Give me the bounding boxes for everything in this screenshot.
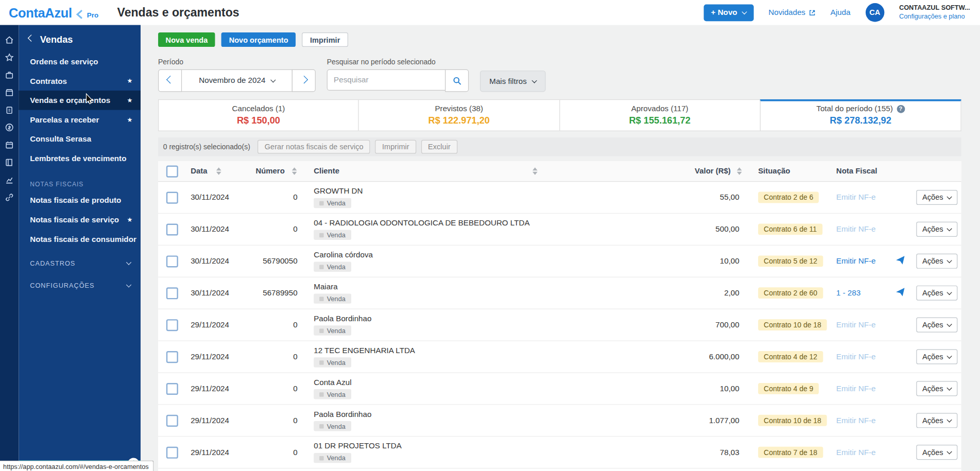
- sort-icon[interactable]: [737, 167, 742, 175]
- acoes-button[interactable]: Ações: [916, 286, 958, 301]
- previous-period-button[interactable]: [158, 69, 182, 92]
- chevron-right-icon: [300, 76, 307, 83]
- acoes-button[interactable]: Ações: [916, 349, 958, 364]
- summary-tab[interactable]: Previstos (38)R$ 122.971,20: [358, 99, 560, 131]
- contaazul-logo[interactable]: ContaAzul Pro: [9, 6, 98, 19]
- favorite-star-icon[interactable]: ★: [127, 77, 132, 84]
- account-settings-link[interactable]: Configurações e plano: [899, 12, 970, 21]
- column-header[interactable]: Cliente: [306, 167, 544, 176]
- sidebar-item[interactable]: Notas fiscais de produto: [19, 190, 141, 210]
- novo-button[interactable]: + Novo: [703, 4, 753, 21]
- row-status-cell: Contrato 6 de 11: [747, 223, 831, 235]
- row-checkbox[interactable]: [166, 223, 178, 235]
- sidebar-item[interactable]: Lembretes de vencimento: [19, 149, 141, 168]
- send-icon[interactable]: [896, 255, 905, 265]
- nova-venda-button[interactable]: Nova venda: [158, 32, 215, 47]
- ajuda-link[interactable]: Ajuda: [831, 8, 851, 17]
- acoes-label: Ações: [922, 321, 943, 329]
- acoes-button[interactable]: Ações: [916, 222, 958, 237]
- reports-icon[interactable]: [4, 175, 14, 185]
- search-button[interactable]: [445, 69, 469, 92]
- home-icon[interactable]: [4, 35, 14, 45]
- sort-icon[interactable]: [532, 167, 538, 175]
- summary-tab[interactable]: Total do período (155)?R$ 278.132,92: [760, 99, 961, 131]
- column-header[interactable]: Número: [247, 167, 306, 176]
- sidebar-item[interactable]: Ordens de serviço: [19, 52, 141, 72]
- chevron-down-icon: [126, 259, 131, 265]
- acoes-button[interactable]: Ações: [916, 413, 958, 428]
- acoes-button[interactable]: Ações: [916, 318, 958, 333]
- sidebar-item[interactable]: Contratos★: [19, 71, 141, 91]
- store-icon[interactable]: [4, 88, 14, 97]
- ledger-icon[interactable]: [4, 158, 14, 167]
- receipts-icon[interactable]: [4, 105, 14, 115]
- avatar[interactable]: CA: [865, 3, 884, 22]
- sidebar-item[interactable]: Consulta Serasa: [19, 129, 141, 149]
- column-header[interactable]: Valor (R$): [544, 167, 747, 176]
- send-icon[interactable]: [896, 287, 905, 296]
- next-period-button[interactable]: [292, 69, 316, 92]
- sort-icon[interactable]: [216, 167, 221, 175]
- favorites-icon[interactable]: [4, 53, 14, 62]
- contract-status-badge: Contrato 4 de 9: [758, 383, 819, 394]
- sort-icon[interactable]: [292, 167, 297, 175]
- sidebar-menu: Ordens de serviçoContratos★Vendas e orça…: [19, 52, 141, 294]
- row-checkbox[interactable]: [166, 446, 178, 458]
- bulk-action-button[interactable]: Excluir: [421, 140, 457, 154]
- sidebar-group-toggle[interactable]: CONFIGURAÇÕES: [19, 277, 141, 294]
- chevron-down-icon: [947, 257, 952, 263]
- summary-tab[interactable]: Aprovados (117)R$ 155.161,72: [559, 99, 761, 131]
- favorite-star-icon[interactable]: ★: [127, 216, 132, 223]
- sidebar-item[interactable]: Vendas e orçamentos★: [19, 91, 141, 110]
- search-input[interactable]: [327, 69, 446, 91]
- screen: ContaAzul Pro Vendas e orçamentos + Novo…: [0, 0, 980, 471]
- novo-orcamento-button[interactable]: Novo orçamento: [221, 32, 296, 47]
- column-header-label: Valor (R$): [695, 167, 731, 176]
- row-status-cell: Contrato 5 de 12: [747, 255, 831, 267]
- sidebar-group-toggle[interactable]: CADASTROS: [19, 255, 141, 271]
- imprimir-button[interactable]: Imprimir: [302, 32, 348, 47]
- select-all-checkbox[interactable]: [166, 165, 178, 177]
- row-client-cell: 04 - RADIOLOGIA ODONTOLOGICA DE BEBEDOUR…: [306, 219, 544, 240]
- products-icon[interactable]: [4, 70, 14, 80]
- integrations-icon[interactable]: [4, 193, 14, 202]
- client-name: 12 TEC ENGENHARIA LTDA: [314, 346, 415, 355]
- novidades-link[interactable]: Novidades: [768, 8, 815, 17]
- row-checkbox[interactable]: [166, 414, 178, 426]
- sidebar-item[interactable]: Notas fiscais de serviço★: [19, 210, 141, 230]
- summary-tab-value: R$ 155.161,72: [560, 115, 760, 126]
- bulk-action-button[interactable]: Imprimir: [375, 140, 416, 154]
- column-header[interactable]: Data: [183, 167, 247, 176]
- row-checkbox[interactable]: [166, 319, 178, 331]
- period-label: Período: [158, 58, 316, 66]
- sale-type-badge: Venda: [314, 262, 351, 272]
- sidebar-item[interactable]: Notas fiscais de consumidor: [19, 229, 141, 249]
- calendar-icon[interactable]: [4, 140, 14, 150]
- favorite-star-icon[interactable]: ★: [127, 116, 132, 123]
- acoes-button[interactable]: Ações: [916, 190, 958, 205]
- summary-tab[interactable]: Cancelados (1)R$ 150,00: [158, 99, 359, 131]
- mais-filtros-button[interactable]: Mais filtros: [480, 71, 545, 92]
- row-checkbox[interactable]: [166, 351, 178, 362]
- favorite-star-icon[interactable]: ★: [127, 97, 132, 103]
- emit-nfe-link[interactable]: 1 - 283: [836, 289, 861, 298]
- acoes-button[interactable]: Ações: [916, 381, 958, 396]
- row-invoice-cell: Emitir NF-e: [831, 352, 913, 361]
- column-header[interactable]: Nota Fiscal: [831, 167, 913, 176]
- sidebar-back[interactable]: Vendas: [19, 25, 141, 52]
- column-header[interactable]: Situação: [747, 167, 831, 176]
- table-row: 29/11/20240Edinara de AlmenauVenda50,00C…: [158, 468, 961, 471]
- help-icon[interactable]: ?: [897, 104, 905, 113]
- acoes-button[interactable]: Ações: [916, 445, 958, 460]
- row-checkbox[interactable]: [166, 287, 178, 299]
- money-icon[interactable]: [4, 123, 14, 132]
- row-checkbox[interactable]: [166, 191, 178, 203]
- row-checkbox[interactable]: [166, 255, 178, 267]
- sidebar-item[interactable]: Parcelas a receber★: [19, 110, 141, 130]
- row-checkbox[interactable]: [166, 382, 178, 394]
- acoes-button[interactable]: Ações: [916, 254, 958, 269]
- period-dropdown[interactable]: Novembro de 2024: [181, 69, 293, 92]
- bulk-action-button[interactable]: Gerar notas fiscais de serviço: [257, 140, 370, 154]
- account-info[interactable]: CONTAAZUL SOFTW... Configurações e plano: [899, 4, 970, 21]
- emit-nfe-link[interactable]: Emitir NF-e: [836, 257, 876, 266]
